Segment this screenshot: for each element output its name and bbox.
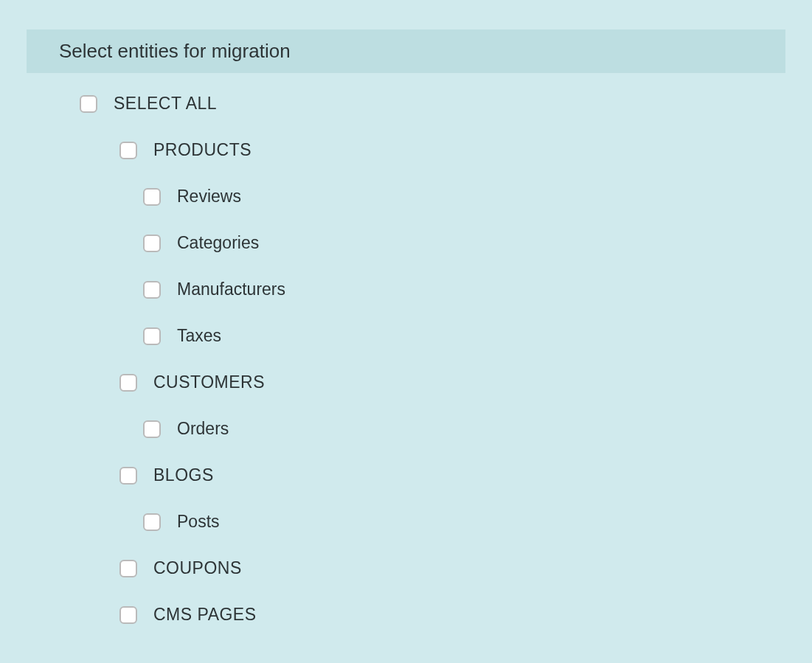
group-row-blogs: BLOGS bbox=[119, 465, 785, 485]
group-label: COUPONS bbox=[153, 558, 242, 578]
item-checkbox-taxes[interactable] bbox=[143, 327, 161, 345]
group-row-cms-pages: CMS PAGES bbox=[119, 605, 785, 625]
item-row-orders: Orders bbox=[143, 419, 785, 439]
group-row-customers: CUSTOMERS bbox=[119, 372, 785, 392]
migration-entities-panel: Select entities for migration SELECT ALL… bbox=[6, 29, 806, 663]
item-row-reviews: Reviews bbox=[143, 187, 785, 206]
panel-title: Select entities for migration bbox=[59, 40, 753, 63]
panel-header: Select entities for migration bbox=[27, 29, 785, 73]
item-label: Categories bbox=[177, 233, 259, 253]
group-label: PRODUCTS bbox=[153, 140, 251, 160]
group-label: CMS PAGES bbox=[153, 605, 257, 625]
item-checkbox-manufacturers[interactable] bbox=[143, 281, 161, 299]
select-all-row: SELECT ALL bbox=[80, 94, 785, 114]
item-row-categories: Categories bbox=[143, 233, 785, 253]
item-row-manufacturers: Manufacturers bbox=[143, 280, 785, 299]
group-checkbox-customers[interactable] bbox=[119, 374, 137, 392]
group-checkbox-cms-pages[interactable] bbox=[119, 606, 137, 624]
item-label: Taxes bbox=[177, 326, 221, 346]
item-label: Manufacturers bbox=[177, 280, 285, 299]
item-label: Reviews bbox=[177, 187, 241, 206]
item-label: Posts bbox=[177, 512, 220, 532]
group-label: BLOGS bbox=[153, 465, 214, 485]
group-row-coupons: COUPONS bbox=[119, 558, 785, 578]
entity-tree: SELECT ALL PRODUCTS Reviews Categories M… bbox=[27, 94, 785, 663]
item-checkbox-posts[interactable] bbox=[143, 513, 161, 531]
group-checkbox-blogs[interactable] bbox=[119, 467, 137, 485]
group-checkbox-products[interactable] bbox=[119, 142, 137, 159]
item-row-taxes: Taxes bbox=[143, 326, 785, 346]
group-label: CUSTOMERS bbox=[153, 372, 265, 392]
item-checkbox-orders[interactable] bbox=[143, 420, 161, 438]
group-checkbox-coupons[interactable] bbox=[119, 560, 137, 577]
item-row-posts: Posts bbox=[143, 512, 785, 532]
item-checkbox-reviews[interactable] bbox=[143, 188, 161, 206]
select-all-label: SELECT ALL bbox=[114, 94, 217, 114]
select-all-checkbox[interactable] bbox=[80, 95, 97, 113]
item-checkbox-categories[interactable] bbox=[143, 235, 161, 252]
group-row-products: PRODUCTS bbox=[119, 140, 785, 160]
item-label: Orders bbox=[177, 419, 229, 439]
